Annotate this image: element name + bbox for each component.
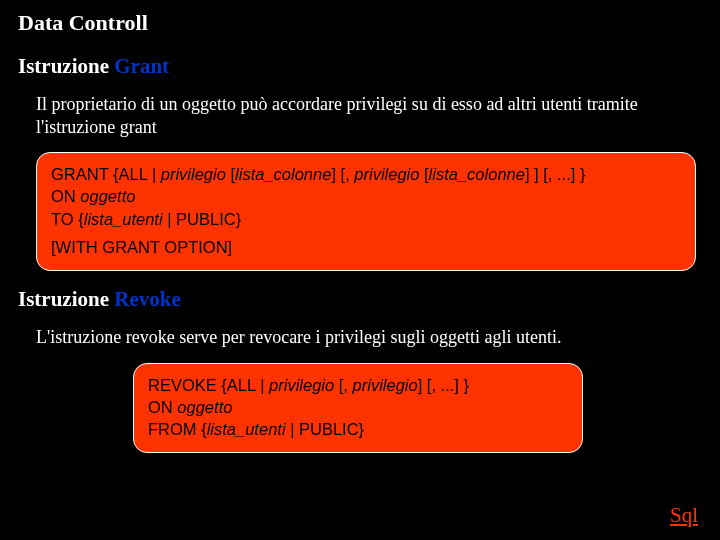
revoke-syntax-box: REVOKE {ALL | privilegio [, privilegio] … — [133, 363, 583, 454]
syntax-text: | PUBLIC} — [286, 420, 365, 438]
revoke-syntax-line-3: FROM {lista_utenti | PUBLIC} — [148, 418, 568, 440]
page-title: Data Controll — [18, 10, 702, 36]
syntax-text: GRANT {ALL | — [51, 165, 161, 183]
revoke-heading-prefix: Istruzione — [18, 287, 114, 311]
grant-body-text: Il proprietario di un oggetto può accord… — [36, 93, 696, 138]
syntax-text: FROM { — [148, 420, 207, 438]
syntax-text: ON — [148, 398, 177, 416]
syntax-italic: lista_utenti — [84, 210, 163, 228]
syntax-text: [ — [226, 165, 235, 183]
syntax-italic: lista_colonne — [235, 165, 331, 183]
syntax-text: TO { — [51, 210, 84, 228]
syntax-text: [, — [334, 376, 352, 394]
grant-heading-keyword: Grant — [114, 54, 169, 78]
syntax-italic: oggetto — [80, 187, 135, 205]
syntax-text: ON — [51, 187, 80, 205]
syntax-italic: privilegio — [269, 376, 334, 394]
grant-syntax-line-2: ON oggetto — [51, 185, 681, 207]
syntax-text: [ — [419, 165, 428, 183]
revoke-section-title: Istruzione Revoke — [18, 287, 702, 312]
syntax-text: REVOKE {ALL | — [148, 376, 269, 394]
grant-heading-prefix: Istruzione — [18, 54, 114, 78]
syntax-italic: oggetto — [177, 398, 232, 416]
syntax-italic: privilegio — [161, 165, 226, 183]
syntax-text: ] [, — [331, 165, 354, 183]
grant-syntax-line-1: GRANT {ALL | privilegio [lista_colonne] … — [51, 163, 681, 185]
syntax-italic: lista_colonne — [429, 165, 525, 183]
revoke-heading-keyword: Revoke — [114, 287, 181, 311]
syntax-italic: privilegio — [354, 165, 419, 183]
syntax-italic: lista_utenti — [207, 420, 286, 438]
sql-link[interactable]: Sql — [670, 503, 698, 528]
syntax-italic: privilegio — [353, 376, 418, 394]
grant-section-title: Istruzione Grant — [18, 54, 702, 79]
syntax-text: ] [, ...] } — [418, 376, 469, 394]
grant-syntax-line-4: [WITH GRANT OPTION] — [51, 236, 681, 258]
syntax-text: | PUBLIC} — [163, 210, 242, 228]
revoke-syntax-line-1: REVOKE {ALL | privilegio [, privilegio] … — [148, 374, 568, 396]
grant-syntax-line-3: TO {lista_utenti | PUBLIC} — [51, 208, 681, 230]
revoke-body-text: L'istruzione revoke serve per revocare i… — [36, 326, 696, 349]
syntax-text: ] ] [, ...] } — [525, 165, 586, 183]
grant-syntax-box: GRANT {ALL | privilegio [lista_colonne] … — [36, 152, 696, 271]
revoke-syntax-line-2: ON oggetto — [148, 396, 568, 418]
